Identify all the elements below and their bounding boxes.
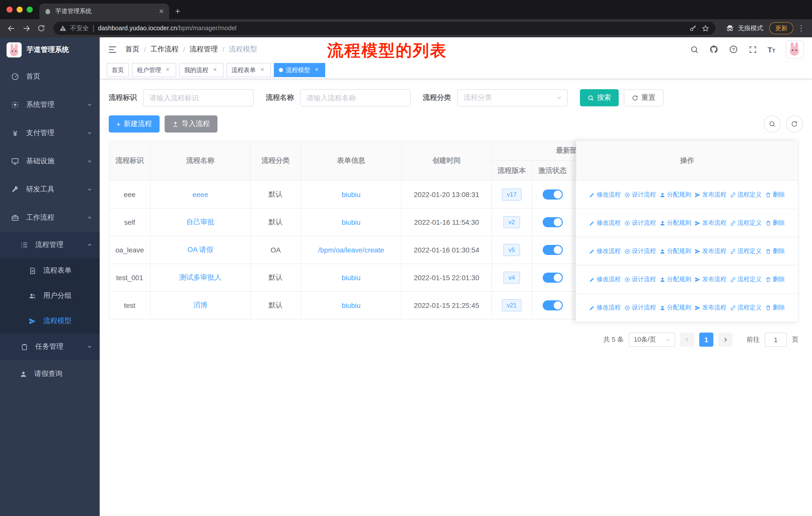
modify-process-link[interactable]: 修改流程 [589, 247, 621, 255]
form-info-link[interactable]: biubiu [301, 208, 402, 236]
sidebar-item-user-group[interactable]: 用户分组 [0, 283, 100, 308]
sidebar-item-system[interactable]: 系统管理 [0, 91, 100, 119]
reset-button[interactable]: 重置 [624, 89, 664, 106]
design-process-link[interactable]: 设计流程 [624, 303, 656, 312]
create-process-button[interactable]: + 新建流程 [109, 115, 160, 133]
sidebar-item-payment[interactable]: ¥ 支付管理 [0, 119, 100, 147]
publish-process-link[interactable]: 发布流程 [695, 303, 726, 312]
close-icon[interactable]: × [164, 66, 171, 74]
delete-link[interactable]: 删除 [765, 247, 785, 255]
delete-link[interactable]: 删除 [765, 219, 785, 227]
delete-link[interactable]: 删除 [765, 190, 785, 199]
design-process-link[interactable]: 设计流程 [624, 247, 656, 255]
search-button[interactable]: 搜索 [580, 89, 619, 106]
form-info-link[interactable]: /bpm/oa/leave/create [301, 236, 402, 264]
category-select[interactable]: 流程分类 [457, 89, 568, 106]
sidebar-item-devtools[interactable]: 研发工具 [0, 175, 100, 203]
import-process-button[interactable]: 导入流程 [165, 115, 218, 133]
sidebar-item-home[interactable]: 首页 [0, 62, 100, 91]
sidebar-item-process-form[interactable]: 流程表单 [0, 258, 100, 283]
sidebar-item-infrastructure[interactable]: 基础设施 [0, 147, 100, 175]
security-label[interactable]: 不安全 [70, 24, 89, 32]
tag-process-model[interactable]: 流程模型× [274, 63, 325, 77]
process-definition-link[interactable]: 流程定义 [730, 303, 762, 312]
window-close-button[interactable] [6, 6, 12, 12]
process-definition-link[interactable]: 流程定义 [730, 190, 762, 199]
assign-rule-link[interactable]: 分配规则 [660, 247, 691, 255]
refresh-button[interactable] [786, 115, 803, 133]
modify-process-link[interactable]: 修改流程 [589, 219, 621, 227]
delete-link[interactable]: 删除 [765, 303, 785, 312]
reload-button[interactable] [34, 21, 48, 35]
avatar[interactable] [786, 40, 804, 58]
fullscreen-icon[interactable] [748, 45, 757, 54]
modify-process-link[interactable]: 修改流程 [589, 190, 621, 199]
publish-process-link[interactable]: 发布流程 [695, 275, 726, 284]
sidebar-item-process-model[interactable]: 流程模型 [0, 308, 100, 333]
design-process-link[interactable]: 设计流程 [624, 219, 656, 227]
process-name-link[interactable]: OA 请假 [150, 236, 251, 264]
close-icon[interactable]: × [211, 66, 219, 74]
tag-tenant-management[interactable]: 租户管理× [132, 63, 176, 77]
breadcrumb-workflow[interactable]: 工作流程 [150, 45, 179, 54]
active-toggle[interactable] [543, 300, 562, 310]
help-icon[interactable]: ? [729, 45, 738, 54]
window-zoom-button[interactable] [27, 6, 33, 12]
tag-home[interactable]: 首页 [107, 63, 129, 77]
modify-process-link[interactable]: 修改流程 [589, 275, 621, 284]
process-definition-link[interactable]: 流程定义 [730, 247, 762, 255]
page-1-button[interactable]: 1 [699, 332, 713, 347]
close-icon[interactable]: × [259, 66, 266, 74]
sidebar-item-process-management[interactable]: 流程管理 [0, 232, 100, 258]
process-name-link[interactable]: 自己审批 [150, 208, 251, 236]
assign-rule-link[interactable]: 分配规则 [660, 275, 691, 284]
tag-process-form[interactable]: 流程表单× [227, 63, 271, 77]
github-icon[interactable] [709, 45, 718, 54]
browser-update-button[interactable]: 更新 [769, 22, 793, 34]
page-size-select[interactable]: 10条/页 [629, 332, 675, 347]
browser-menu-icon[interactable]: ⋮ [794, 24, 808, 33]
browser-tab[interactable]: 芋道管理系统 ✕ [39, 3, 169, 19]
new-tab-button[interactable]: + [175, 7, 180, 16]
process-id-input[interactable] [143, 89, 254, 106]
sidebar-item-workflow[interactable]: 工作流程 [0, 203, 100, 232]
publish-process-link[interactable]: 发布流程 [695, 247, 726, 255]
design-process-link[interactable]: 设计流程 [624, 190, 656, 199]
version-badge[interactable]: v4 [503, 272, 520, 284]
next-page-button[interactable] [718, 332, 732, 347]
active-toggle[interactable] [543, 245, 562, 255]
assign-rule-link[interactable]: 分配规则 [660, 190, 691, 199]
delete-link[interactable]: 删除 [765, 275, 785, 284]
form-info-link[interactable]: biubiu [301, 292, 402, 319]
process-name-link[interactable]: 测试多审批人 [150, 264, 251, 292]
toggle-search-button[interactable] [764, 115, 781, 133]
publish-process-link[interactable]: 发布流程 [695, 190, 726, 199]
version-badge[interactable]: v21 [502, 299, 522, 311]
bookmark-star-icon[interactable] [702, 24, 709, 32]
tab-close-icon[interactable]: ✕ [158, 7, 164, 15]
breadcrumb-home[interactable]: 首页 [125, 45, 140, 54]
process-name-link[interactable]: eeee [150, 181, 251, 208]
sidebar-item-leave-query[interactable]: 请假查询 [0, 360, 100, 388]
active-toggle[interactable] [543, 189, 562, 199]
publish-process-link[interactable]: 发布流程 [695, 219, 726, 227]
search-icon[interactable] [690, 45, 698, 54]
back-button[interactable] [4, 21, 18, 35]
form-info-link[interactable]: biubiu [301, 264, 402, 292]
window-minimize-button[interactable] [17, 6, 23, 12]
hamburger-icon[interactable] [108, 45, 117, 54]
sidebar-item-task-management[interactable]: 任务管理 [0, 333, 100, 360]
process-definition-link[interactable]: 流程定义 [730, 219, 762, 227]
tag-my-process[interactable]: 我的流程× [179, 63, 224, 77]
process-name-link[interactable]: 滔博 [150, 292, 251, 319]
breadcrumb-process-management[interactable]: 流程管理 [190, 45, 218, 54]
app-logo[interactable]: 芋道管理系统 [0, 37, 100, 62]
design-process-link[interactable]: 设计流程 [624, 275, 656, 284]
font-size-icon[interactable]: TT [767, 46, 775, 53]
version-badge[interactable]: v17 [502, 188, 522, 200]
process-name-input[interactable] [300, 89, 411, 106]
close-icon[interactable]: × [313, 66, 320, 74]
key-icon[interactable] [689, 24, 697, 32]
assign-rule-link[interactable]: 分配规则 [660, 219, 691, 227]
address-bar[interactable]: 不安全 | dashboard.yudao.iocoder.cn/bpm/man… [53, 22, 715, 35]
